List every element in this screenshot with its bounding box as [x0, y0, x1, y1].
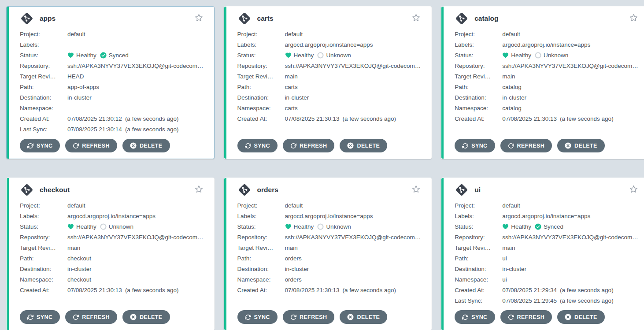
namespace-value: carts [285, 105, 421, 111]
row-target-revision: Target Revi… HEAD [20, 71, 204, 82]
row-repository: Repository: ssh://APKA3NYVY37VEX3EKOJQ@g… [455, 232, 638, 242]
destination-value: in-cluster [285, 94, 421, 101]
application-card[interactable]: catalog Project: default Labels: argocd.… [441, 6, 644, 159]
sync-button[interactable]: SYNC [455, 139, 495, 152]
row-repository: Repository: ssh://APKA3NYVY37VEX3EKOJQ@g… [20, 232, 204, 242]
sync-button[interactable]: SYNC [237, 310, 278, 324]
application-card[interactable]: ui Project: default Labels: argocd.argop… [441, 178, 644, 330]
refresh-icon [73, 314, 79, 320]
delete-icon [347, 142, 354, 149]
row-target-revision: Target Revi… main [455, 242, 638, 253]
sync-button[interactable]: SYNC [455, 310, 495, 324]
row-path: Path: catalog [455, 82, 638, 92]
status-label: Status: [455, 223, 502, 230]
target-revision-label: Target Revi… [20, 73, 67, 80]
row-namespace: Namespace: [20, 103, 204, 113]
row-namespace: Namespace: checkout [20, 274, 204, 285]
created-at-value: 07/08/2025 21:30:12(a few seconds ago) [67, 115, 204, 122]
row-namespace: Namespace: catalog [455, 103, 638, 113]
row-path: Path: orders [237, 253, 421, 263]
application-git-icon [455, 183, 469, 197]
repository-value: ssh://APKA3NYVY37VEX3EKOJQ@git-codecom… [502, 234, 638, 241]
project-value: default [285, 31, 421, 37]
created-at-relative: (a few seconds ago) [342, 287, 396, 293]
target-revision-value: main [285, 73, 421, 80]
application-card[interactable]: carts Project: default Labels: argocd.ar… [224, 6, 432, 159]
created-at-date: 07/08/2025 21:30:13 [67, 287, 122, 293]
target-revision-value: main [502, 73, 638, 80]
unknown-circle-icon [317, 223, 324, 230]
refresh-button[interactable]: REFRESH [283, 310, 335, 324]
sync-icon [462, 143, 468, 149]
labels-label: Labels: [20, 213, 67, 219]
delete-button[interactable]: DELETE [557, 310, 605, 324]
refresh-button-label: REFRESH [82, 314, 110, 320]
created-at-value: 07/08/2025 21:30:13(a few seconds ago) [502, 115, 638, 122]
created-at-label: Created At: [237, 115, 285, 122]
created-at-label: Created At: [455, 115, 502, 122]
sync-button[interactable]: SYNC [237, 139, 278, 152]
status-label: Status: [20, 52, 67, 59]
application-card[interactable]: orders Project: default Labels: argocd.a… [224, 178, 432, 330]
card-header: checkout [20, 178, 204, 200]
delete-button[interactable]: DELETE [122, 310, 170, 324]
repository-label: Repository: [237, 234, 285, 241]
delete-button-label: DELETE [357, 143, 380, 149]
delete-button-label: DELETE [574, 143, 597, 149]
row-target-revision: Target Revi… main [237, 242, 421, 253]
sync-button-label: SYNC [254, 143, 270, 149]
favorite-star-button[interactable] [194, 13, 204, 24]
destination-value: in-cluster [67, 94, 204, 101]
application-card[interactable]: checkout Project: default Labels: argocd… [6, 178, 215, 330]
unknown-circle-icon [317, 52, 324, 59]
labels-value: argocd.argoproj.io/instance=apps [67, 213, 204, 219]
card-actions: SYNC REFRESH DELETE [455, 306, 638, 324]
project-label: Project: [20, 202, 67, 209]
last-sync-value: 07/08/2025 21:29:45(a few seconds ago) [502, 297, 638, 304]
card-actions: SYNC REFRESH DELETE [20, 134, 204, 152]
delete-button[interactable]: DELETE [340, 310, 387, 324]
row-last-sync: Last Sync: 07/08/2025 21:30:14(a few sec… [20, 124, 204, 134]
favorite-star-button[interactable] [411, 185, 421, 195]
row-namespace: Namespace: ui [455, 274, 638, 285]
sync-button[interactable]: SYNC [20, 310, 60, 324]
sync-button[interactable]: SYNC [20, 139, 60, 152]
card-actions: SYNC REFRESH DELETE [237, 306, 421, 324]
created-at-label: Created At: [20, 115, 67, 122]
favorite-star-button[interactable] [629, 13, 638, 24]
refresh-button[interactable]: REFRESH [65, 310, 117, 324]
sync-icon [245, 143, 251, 149]
card-fields: Project: default Labels: argocd.argoproj… [237, 200, 421, 306]
namespace-label: Namespace: [237, 276, 285, 283]
delete-button[interactable]: DELETE [340, 139, 387, 152]
refresh-button[interactable]: REFRESH [283, 139, 335, 152]
sync-button-label: SYNC [254, 314, 270, 320]
favorite-star-button[interactable] [629, 185, 638, 195]
delete-button[interactable]: DELETE [557, 139, 605, 152]
row-destination: Destination: in-cluster [455, 92, 638, 103]
repository-value: ssh://APKA3NYVY37VEX3EKOJQ@git-codecom… [67, 234, 204, 241]
target-revision-label: Target Revi… [455, 245, 502, 251]
destination-label: Destination: [455, 94, 502, 101]
delete-button-label: DELETE [140, 314, 163, 320]
project-label: Project: [20, 31, 67, 37]
application-card[interactable]: apps Project: default Labels: Status: [6, 6, 215, 159]
row-created-at: Created At: 07/08/2025 21:29:34(a few se… [455, 285, 638, 295]
favorite-star-button[interactable] [194, 185, 204, 195]
path-value: catalog [502, 84, 638, 90]
delete-button[interactable]: DELETE [122, 139, 170, 152]
card-fields: Project: default Labels: Status: Healthy [20, 29, 204, 134]
sync-status-text: Unknown [326, 223, 351, 230]
favorite-star-button[interactable] [411, 13, 421, 24]
repository-value: ssh://APKA3NYVY37VEX3EKOJQ@git-codecom… [285, 63, 421, 69]
refresh-button[interactable]: REFRESH [500, 310, 552, 324]
repository-label: Repository: [20, 234, 67, 241]
refresh-button[interactable]: REFRESH [65, 139, 117, 152]
namespace-label: Namespace: [455, 276, 502, 283]
refresh-button[interactable]: REFRESH [500, 139, 552, 152]
status-value: Healthy Unknown [67, 223, 204, 230]
namespace-value: checkout [67, 276, 204, 283]
row-labels: Labels: argocd.argoproj.io/instance=apps [455, 39, 638, 50]
card-header: catalog [455, 7, 638, 29]
refresh-button-label: REFRESH [300, 314, 327, 320]
